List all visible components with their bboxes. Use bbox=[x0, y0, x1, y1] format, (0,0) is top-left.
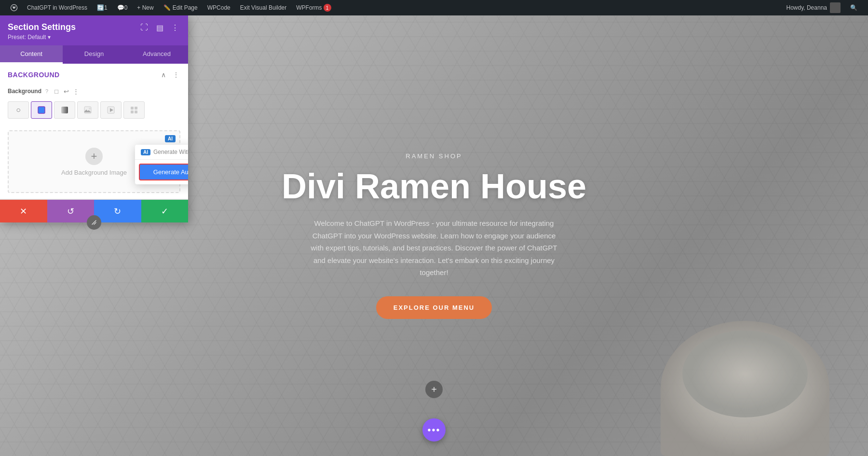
background-field-label: Background bbox=[8, 88, 41, 95]
resize-handle[interactable] bbox=[87, 215, 101, 230]
generate-automatically-button[interactable]: Generate Automatically bbox=[139, 164, 188, 180]
hero-description: Welcome to ChatGPT in WordPress - your u… bbox=[309, 217, 559, 279]
admin-bar-exit-builder[interactable]: Exit Visual Builder bbox=[235, 0, 292, 15]
bg-image-container: AI + Add Background Image AI Generate Wi… bbox=[0, 130, 188, 193]
tab-design[interactable]: Design bbox=[63, 45, 125, 64]
add-section-button[interactable]: + bbox=[425, 381, 443, 398]
add-image-label: Add Background Image bbox=[61, 169, 127, 176]
bg-type-video[interactable] bbox=[100, 101, 122, 119]
svg-rect-1 bbox=[61, 107, 68, 113]
dots-icon: ••• bbox=[427, 425, 440, 436]
cancel-icon: ✕ bbox=[20, 206, 27, 217]
save-icon: ✓ bbox=[161, 206, 168, 217]
admin-bar-wpforms[interactable]: WPForms 1 bbox=[291, 0, 336, 15]
bg-type-none[interactable]: ○ bbox=[8, 101, 29, 119]
background-section: Background ∧ ⋮ Background ? □ ↩ ⋮ bbox=[0, 64, 188, 199]
fullscreen-icon[interactable]: ⛶ bbox=[139, 22, 149, 33]
bg-type-image[interactable] bbox=[77, 101, 98, 119]
tab-content[interactable]: Content bbox=[0, 45, 63, 64]
ramen-bowl-image bbox=[661, 321, 829, 456]
responsive-icon[interactable]: □ bbox=[52, 87, 61, 96]
columns-icon[interactable]: ▤ bbox=[154, 22, 165, 33]
undo-icon: ↺ bbox=[67, 206, 74, 217]
admin-bar-edit-page[interactable]: ✏️ Edit Page bbox=[159, 0, 203, 15]
search-icon: 🔍 bbox=[850, 4, 857, 11]
redo-button[interactable]: ↻ bbox=[94, 200, 141, 222]
more-options-icon[interactable]: ⋮ bbox=[170, 22, 180, 33]
section-more-icon[interactable]: ⋮ bbox=[172, 70, 180, 79]
background-label-row: Background ? □ ↩ ⋮ bbox=[8, 87, 180, 96]
bg-type-gradient[interactable] bbox=[54, 101, 75, 119]
background-type-icons: □ ↩ ⋮ bbox=[52, 87, 80, 96]
panel-body: Background ∧ ⋮ Background ? □ ↩ ⋮ bbox=[0, 64, 188, 199]
generate-with-ai-label: Generate With AI bbox=[153, 149, 188, 155]
tab-advanced[interactable]: Advanced bbox=[125, 45, 188, 64]
admin-bar-wpcode[interactable]: WPCode bbox=[203, 0, 235, 15]
section-settings-panel: Section Settings Preset: Default ▾ ⛶ ▤ ⋮… bbox=[0, 15, 188, 222]
background-row: Background ? □ ↩ ⋮ ○ bbox=[0, 84, 188, 126]
field-more-icon[interactable]: ⋮ bbox=[71, 87, 80, 96]
svg-rect-7 bbox=[135, 107, 137, 110]
svg-rect-8 bbox=[131, 111, 134, 113]
ai-dropdown-header: AI Generate With AI bbox=[135, 145, 188, 160]
svg-rect-0 bbox=[38, 107, 45, 113]
admin-bar-search[interactable]: 🔍 bbox=[845, 0, 862, 15]
svg-rect-9 bbox=[135, 111, 137, 113]
panel-header-left: Section Settings Preset: Default ▾ bbox=[8, 22, 76, 41]
ai-badge: AI bbox=[141, 149, 150, 155]
hero-subtitle: RAMEN SHOP bbox=[406, 152, 462, 160]
background-type-selector: ○ bbox=[8, 99, 180, 121]
avatar bbox=[830, 2, 841, 13]
admin-bar-site-name[interactable]: ChatGPT in WordPress bbox=[22, 0, 92, 15]
panel-tabs: Content Design Advanced bbox=[0, 45, 188, 64]
wp-logo[interactable] bbox=[6, 0, 22, 15]
svg-point-3 bbox=[89, 108, 91, 110]
admin-bar-new[interactable]: + New bbox=[132, 0, 158, 15]
undo-field-icon[interactable]: ↩ bbox=[62, 87, 70, 96]
help-icon[interactable]: ? bbox=[45, 88, 48, 94]
admin-bar-greeting[interactable]: Howdy, Deanna bbox=[782, 0, 846, 15]
svg-rect-6 bbox=[131, 107, 134, 110]
background-section-header: Background ∧ ⋮ bbox=[0, 64, 188, 84]
background-section-title: Background bbox=[8, 71, 60, 79]
admin-bar-right: Howdy, Deanna 🔍 bbox=[782, 0, 863, 15]
ai-dropdown: AI Generate With AI Generate Automatical… bbox=[135, 145, 188, 184]
page-content: RAMEN SHOP Divi Ramen House Welcome to C… bbox=[0, 15, 868, 456]
admin-bar: ChatGPT in WordPress 🔄 1 💬 0 + New ✏️ Ed… bbox=[0, 0, 868, 15]
admin-bar-comments[interactable]: 💬 0 bbox=[112, 0, 133, 15]
panel-header-icons: ⛶ ▤ ⋮ bbox=[139, 22, 180, 33]
hero-cta-button[interactable]: EXPLORE OUR MENU bbox=[376, 296, 492, 319]
bg-type-pattern[interactable] bbox=[123, 101, 145, 119]
ai-trigger-badge[interactable]: AI bbox=[165, 135, 176, 142]
floating-menu-button[interactable]: ••• bbox=[422, 418, 446, 442]
wpforms-badge: 1 bbox=[324, 4, 331, 12]
panel-header: Section Settings Preset: Default ▾ ⛶ ▤ ⋮ bbox=[0, 15, 188, 45]
bg-type-color[interactable] bbox=[31, 101, 52, 119]
add-image-icon[interactable]: + bbox=[85, 148, 103, 165]
collapse-icon[interactable]: ∧ bbox=[159, 70, 168, 79]
save-button[interactable]: ✓ bbox=[141, 200, 189, 222]
redo-icon: ↻ bbox=[114, 206, 121, 217]
panel-title: Section Settings bbox=[8, 22, 76, 32]
admin-bar-updates[interactable]: 🔄 1 bbox=[92, 0, 112, 15]
panel-preset[interactable]: Preset: Default ▾ bbox=[8, 34, 76, 41]
hero-title: Divi Ramen House bbox=[282, 167, 586, 206]
background-section-controls: ∧ ⋮ bbox=[159, 70, 180, 79]
edit-icon: ✏️ bbox=[163, 4, 171, 11]
cancel-button[interactable]: ✕ bbox=[0, 200, 47, 222]
